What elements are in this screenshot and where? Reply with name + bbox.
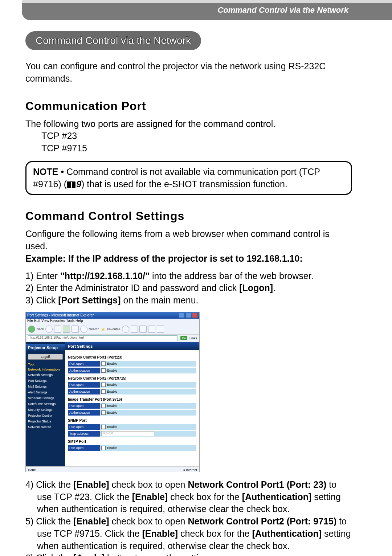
enable-checkbox[interactable] — [101, 410, 106, 415]
enable-checkbox[interactable] — [101, 361, 106, 366]
sidebar-item[interactable]: Port Settings — [26, 378, 65, 384]
toolbar: Back Search ★Favorites — [26, 324, 199, 335]
stop-icon[interactable] — [54, 326, 61, 333]
row-value: Enable — [100, 403, 196, 409]
sidebar-item[interactable]: Network Settings — [26, 372, 65, 378]
row-label: Authentication — [68, 368, 100, 373]
comm-port-heading: Communication Port — [25, 99, 352, 113]
row-label: Authentication — [68, 389, 100, 394]
enable-label: Enable — [107, 446, 117, 450]
sidebar-item[interactable]: Projector Control — [26, 413, 65, 418]
row-value: Enable — [100, 410, 196, 416]
search-label: Search — [89, 327, 99, 331]
print-icon[interactable] — [139, 326, 147, 333]
sidebar-item[interactable]: Security Settings — [26, 407, 65, 413]
search-icon[interactable] — [80, 326, 87, 333]
settings-row: AuthenticationEnable — [68, 389, 196, 394]
pill-title-text: Command Control via the Network — [36, 35, 191, 46]
edit-icon[interactable] — [148, 326, 155, 333]
settings-group-title: SMTP Port — [68, 440, 196, 443]
section-title-pill: Command Control via the Network — [25, 31, 201, 50]
enable-checkbox[interactable] — [101, 368, 106, 373]
sidebar-brand: Projector Setup — [26, 344, 65, 352]
sidebar-network-info[interactable]: Network Information — [26, 367, 65, 372]
go-button[interactable]: Go — [180, 336, 187, 340]
sidebar-item[interactable]: Schedule Settings — [26, 395, 65, 401]
enable-checkbox[interactable] — [101, 446, 106, 450]
forward-icon[interactable] — [45, 326, 53, 333]
sidebar: Projector Setup Logoff Top: Network Info… — [26, 342, 65, 466]
note-text-2: ) that is used for the e-SHOT transmissi… — [81, 179, 287, 189]
discuss-icon[interactable] — [157, 326, 164, 333]
enable-checkbox[interactable] — [101, 389, 106, 394]
ie-screenshot: Port Settings - Microsoft Internet Explo… — [25, 312, 200, 472]
intro-text: You can configure and control the projec… — [25, 60, 352, 85]
sidebar-top[interactable]: Top: — [26, 362, 65, 367]
enable-label: Enable — [107, 411, 117, 414]
window-titlebar: Port Settings - Microsoft Internet Explo… — [26, 312, 199, 319]
sidebar-item[interactable]: Network Restart — [26, 424, 65, 430]
sidebar-item[interactable]: Alert Settings — [26, 389, 65, 395]
address-input[interactable]: http://192.168.1.10/admin/option.html — [28, 335, 177, 341]
settings-group-title: SNMP Port — [68, 418, 196, 422]
favorites-icon[interactable]: ★ — [101, 326, 106, 332]
settings-row: Port openEnable — [68, 424, 196, 430]
main-panel: Port Settings Network Control Port1 (Por… — [65, 342, 199, 466]
settings-row: Port openEnable — [68, 445, 196, 451]
enable-checkbox[interactable] — [101, 383, 106, 387]
sidebar-item[interactable]: Date/Time Settings — [26, 401, 65, 407]
step-4: 4) Click the [Enable] check box to open … — [25, 479, 352, 515]
row-label: Port open — [68, 403, 100, 409]
address-bar: http://192.168.1.10/admin/option.html Go… — [26, 335, 199, 342]
status-left: Done — [28, 468, 36, 472]
row-label: Port open — [68, 382, 100, 388]
cc-settings-heading: Command Control Settings — [25, 209, 352, 223]
sidebar-item[interactable]: Projector Status — [26, 418, 65, 424]
row-value: Enable — [100, 368, 196, 373]
enable-checkbox[interactable] — [101, 404, 106, 408]
row-value: Enable — [100, 389, 196, 394]
comm-port-desc: The following two ports are assigned for… — [25, 118, 352, 130]
row-label: Port open — [68, 445, 100, 451]
logoff-button[interactable]: Logoff — [28, 354, 63, 360]
media-icon[interactable] — [122, 326, 129, 333]
settings-row: Port openEnable — [68, 361, 196, 367]
sidebar-item[interactable]: Mail Settings — [26, 384, 65, 389]
steps-top: 1) Enter "http://192.168.1.10/" into the… — [25, 270, 352, 307]
main-title: Port Settings — [65, 342, 199, 350]
row-value: 0.0.0.0 — [100, 431, 196, 437]
links-label[interactable]: Links — [189, 336, 197, 340]
settings-row: Port openEnable — [68, 382, 196, 388]
row-label: Authentication — [68, 410, 100, 416]
status-right: ● Internet — [183, 468, 197, 472]
note-page-ref: 9 — [76, 179, 81, 189]
port-1: TCP #23 — [41, 130, 352, 142]
mail-icon[interactable] — [131, 326, 138, 333]
maximize-icon[interactable] — [185, 313, 191, 318]
enable-label: Enable — [107, 390, 117, 393]
settings-row: Port openEnable — [68, 403, 196, 409]
menubar[interactable]: File Edit View Favorites Tools Help — [26, 319, 199, 324]
back-icon[interactable] — [28, 326, 35, 333]
settings-row: Trap address0.0.0.0 — [68, 431, 196, 437]
refresh-icon[interactable] — [63, 326, 70, 333]
settings-row: AuthenticationEnable — [68, 410, 196, 416]
port-2: TCP #9715 — [41, 142, 352, 155]
trap-address-input[interactable]: 0.0.0.0 — [101, 431, 154, 436]
enable-label: Enable — [107, 425, 117, 429]
step-5: 5) Click the [Enable] check box to open … — [25, 515, 352, 552]
settings-group-title: Network Control Port1 (Port:23) — [68, 355, 196, 359]
enable-label: Enable — [107, 369, 117, 372]
steps-bottom: 4) Click the [Enable] check box to open … — [25, 479, 352, 556]
minimize-icon[interactable] — [179, 313, 185, 318]
step-6: 6) Click the [Apply] button to save the … — [25, 552, 352, 556]
settings-row: AuthenticationEnable — [68, 368, 196, 373]
row-value: Enable — [100, 361, 196, 367]
home-icon[interactable] — [72, 326, 79, 333]
row-value: Enable — [100, 445, 196, 451]
enable-label: Enable — [107, 383, 117, 387]
note-label: NOTE — [33, 167, 58, 177]
header-bar: Command Control via the Network — [22, 0, 392, 20]
enable-checkbox[interactable] — [101, 425, 106, 429]
close-icon[interactable] — [192, 313, 198, 318]
